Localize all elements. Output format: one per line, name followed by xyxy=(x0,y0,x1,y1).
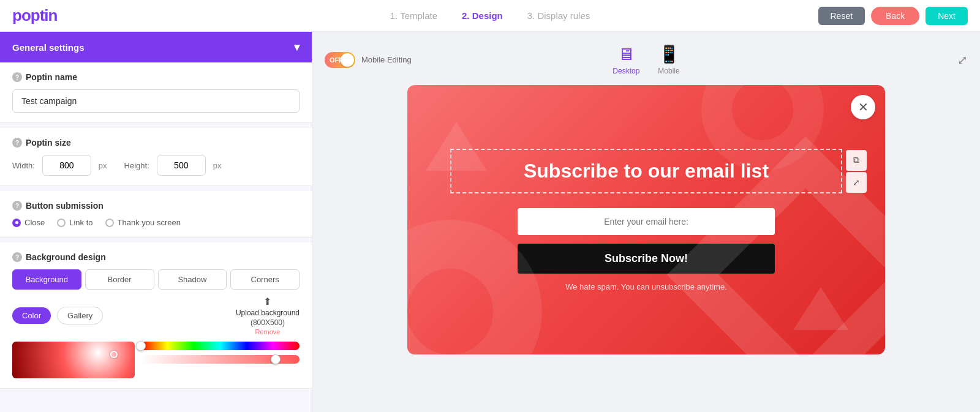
deco-circle xyxy=(407,220,542,354)
height-label: Height: xyxy=(124,161,149,170)
tab-border[interactable]: Border xyxy=(85,269,154,290)
mobile-editing-toggle[interactable]: OFF xyxy=(325,52,355,68)
bg-tabs: Background Border Shadow Corners xyxy=(12,269,300,290)
poptin-name-section: ? Poptin name xyxy=(0,62,312,123)
copy-edit-icon[interactable]: ⧉ xyxy=(846,150,867,171)
deco-triangle-br xyxy=(793,287,848,330)
expand-button[interactable]: ⤢ xyxy=(957,53,968,67)
color-sliders xyxy=(141,342,300,378)
next-button[interactable]: Next xyxy=(925,7,968,25)
collapse-icon[interactable]: ▾ xyxy=(294,40,300,54)
preview-toolbar: OFF Mobile Editing 🖥 Desktop 📱 Mobile ⤢ xyxy=(325,44,968,75)
upload-background-button[interactable]: ⬆ Upload background (800X500) Remove xyxy=(236,296,300,335)
spam-text: We hate spam. You can unsubscribe anytim… xyxy=(565,282,727,291)
tab-background[interactable]: Background xyxy=(12,269,81,290)
radio-close-label: Close xyxy=(24,218,45,227)
alpha-thumb[interactable] xyxy=(271,354,281,364)
button-submission-label: Button submission xyxy=(26,201,104,211)
nav-buttons: Reset Back Next xyxy=(818,7,968,25)
help-icon-bg: ? xyxy=(12,252,22,262)
background-design-label: Background design xyxy=(26,252,106,262)
poptin-size-title: ? Poptin size xyxy=(12,138,300,148)
radio-thankyou-label: Thank you screen xyxy=(118,218,181,227)
desktop-device[interactable]: 🖥 Desktop xyxy=(612,44,639,75)
radio-link-label: Link to xyxy=(69,218,92,227)
toggle-knob xyxy=(341,53,354,67)
mobile-label: Mobile xyxy=(658,67,679,75)
hue-thumb[interactable] xyxy=(136,341,146,351)
gradient-handle[interactable] xyxy=(110,351,118,358)
popup-title-box[interactable]: Subscribe to our email list ⧉ ⤢ xyxy=(450,149,842,193)
tab-corners[interactable]: Corners xyxy=(230,269,300,290)
reset-button[interactable]: Reset xyxy=(818,7,865,25)
poptin-name-label: Poptin name xyxy=(26,72,77,82)
color-gradient[interactable] xyxy=(12,342,135,378)
desktop-label: Desktop xyxy=(612,67,639,75)
mobile-device[interactable]: 📱 Mobile xyxy=(658,44,679,75)
steps: 1. Template 2. Design 3. Display rules xyxy=(390,10,590,21)
size-row: Width: px Height: px xyxy=(12,155,300,176)
back-button[interactable]: Back xyxy=(871,7,919,25)
step-template[interactable]: 1. Template xyxy=(390,10,437,21)
width-px: px xyxy=(99,161,107,170)
poptin-name-input[interactable] xyxy=(12,89,300,113)
logo: poptin xyxy=(12,6,57,25)
radio-thankyou[interactable]: Thank you screen xyxy=(105,218,181,227)
help-icon-submission: ? xyxy=(12,201,22,211)
button-submission-section: ? Button submission Close Link to Thank … xyxy=(0,191,312,238)
color-picker-area xyxy=(12,342,300,378)
alpha-slider[interactable] xyxy=(141,355,300,364)
resize-edit-icon[interactable]: ⤢ xyxy=(846,172,867,193)
remove-label[interactable]: Remove xyxy=(255,328,280,335)
toggle-area: OFF Mobile Editing xyxy=(325,52,412,68)
upload-sub: (800X500) xyxy=(251,318,285,327)
general-settings-label: General settings xyxy=(12,42,85,53)
step-design[interactable]: 2. Design xyxy=(462,10,503,21)
mobile-icon: 📱 xyxy=(658,44,680,64)
button-submission-title: ? Button submission xyxy=(12,201,300,211)
right-panel: OFF Mobile Editing 🖥 Desktop 📱 Mobile ⤢ xyxy=(312,32,980,412)
popup-title: Subscribe to our email list xyxy=(476,160,816,182)
background-design-title: ? Background design xyxy=(12,252,300,262)
radio-link[interactable]: Link to xyxy=(57,218,92,227)
general-settings-header[interactable]: General settings ▾ xyxy=(0,32,312,62)
color-gallery-row: Color Gallery ⬆ Upload background (800X5… xyxy=(12,296,300,335)
gallery-button[interactable]: Gallery xyxy=(57,307,103,324)
mobile-editing-label: Mobile Editing xyxy=(361,55,412,64)
device-icons: 🖥 Desktop 📱 Mobile xyxy=(612,44,679,75)
width-label: Width: xyxy=(12,161,35,170)
step-display[interactable]: 3. Display rules xyxy=(527,10,590,21)
main-layout: General settings ▾ ? Poptin name ? Popti… xyxy=(0,32,980,412)
poptin-size-section: ? Poptin size Width: px Height: px xyxy=(0,128,312,186)
left-panel: General settings ▾ ? Poptin name ? Popti… xyxy=(0,32,312,412)
radio-close-dot xyxy=(12,219,21,227)
logo-text: poptin xyxy=(12,6,57,25)
top-nav: poptin 1. Template 2. Design 3. Display … xyxy=(0,0,980,32)
height-px: px xyxy=(213,161,222,170)
subscribe-button-preview[interactable]: Subscribe Now! xyxy=(518,244,775,274)
radio-thankyou-dot xyxy=(105,219,114,227)
radio-close[interactable]: Close xyxy=(12,218,45,227)
desktop-icon: 🖥 xyxy=(617,44,635,64)
help-icon-name: ? xyxy=(12,72,22,82)
tab-shadow[interactable]: Shadow xyxy=(158,269,227,290)
upload-label: Upload background xyxy=(236,309,300,317)
popup-preview: ✕ Subscribe to our email list ⧉ ⤢ Subscr… xyxy=(407,85,885,354)
radio-link-dot xyxy=(57,219,66,227)
background-design-section: ? Background design Background Border Sh… xyxy=(0,242,312,389)
help-icon-size: ? xyxy=(12,138,22,148)
email-input-preview[interactable] xyxy=(518,208,775,235)
popup-close-button[interactable]: ✕ xyxy=(851,95,875,119)
height-input[interactable] xyxy=(157,155,206,176)
radio-group: Close Link to Thank you screen xyxy=(12,218,300,227)
color-button[interactable]: Color xyxy=(12,307,51,324)
width-input[interactable] xyxy=(42,155,91,176)
hue-slider[interactable] xyxy=(141,342,300,350)
poptin-name-title: ? Poptin name xyxy=(12,72,300,82)
poptin-size-label: Poptin size xyxy=(26,138,71,148)
edit-icons: ⧉ ⤢ xyxy=(846,150,867,193)
